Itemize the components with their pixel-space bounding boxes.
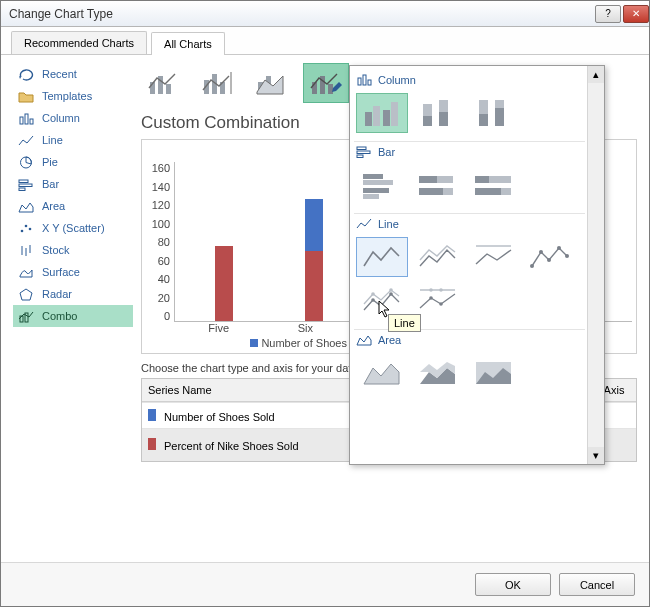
- series-color-swatch: [148, 409, 156, 421]
- sidebar-item-label: Radar: [42, 288, 72, 300]
- pie-icon: [17, 155, 35, 169]
- svg-point-60: [530, 264, 534, 268]
- sidebar-item-scatter[interactable]: X Y (Scatter): [13, 217, 133, 239]
- svg-rect-54: [419, 188, 443, 195]
- svg-rect-2: [30, 119, 33, 124]
- main-panel: Custom Combination Chart Title 160140120…: [141, 63, 637, 554]
- line-icon: [17, 133, 35, 147]
- sidebar-item-label: Pie: [42, 156, 58, 168]
- combo-subtype-3[interactable]: [249, 63, 295, 103]
- dropdown-item-line-markers[interactable]: [524, 237, 576, 277]
- dropdown-category-label: Area: [378, 334, 401, 346]
- dropdown-item-stacked-column[interactable]: [412, 93, 464, 133]
- svg-point-68: [389, 288, 393, 292]
- series-name: Percent of Nike Shoes Sold: [164, 440, 299, 452]
- svg-rect-28: [328, 84, 333, 94]
- bar-icon: [17, 177, 35, 191]
- svg-point-67: [371, 292, 375, 296]
- series-name: Number of Shoes Sold: [164, 411, 275, 423]
- dropdown-item-clustered-bar[interactable]: [356, 165, 408, 205]
- svg-rect-33: [373, 106, 380, 126]
- svg-point-72: [429, 288, 433, 292]
- sidebar-item-radar[interactable]: Radar: [13, 283, 133, 305]
- sidebar-item-label: Surface: [42, 266, 80, 278]
- dropdown-item-line[interactable]: [356, 237, 408, 277]
- dropdown-category-area: Area: [354, 329, 585, 349]
- help-button[interactable]: ?: [595, 5, 621, 23]
- combo-icon: [17, 309, 35, 323]
- svg-point-9: [29, 227, 32, 230]
- series-color-swatch: [148, 438, 156, 450]
- dropdown-item-stacked-line[interactable]: [412, 237, 464, 277]
- dropdown-body: Column Bar: [350, 66, 589, 464]
- dropdown-item-100-stacked-bar[interactable]: [468, 165, 520, 205]
- svg-rect-44: [357, 147, 366, 150]
- scroll-down-icon[interactable]: ▾: [588, 447, 604, 464]
- svg-rect-45: [357, 151, 370, 154]
- dropdown-item-clustered-column[interactable]: [356, 93, 408, 133]
- close-button[interactable]: ✕: [623, 5, 649, 23]
- sidebar-item-line[interactable]: Line: [13, 129, 133, 151]
- svg-point-70: [429, 296, 433, 300]
- column-icon: [17, 111, 35, 125]
- svg-point-62: [547, 258, 551, 262]
- cancel-button[interactable]: Cancel: [559, 573, 635, 596]
- tab-recommended[interactable]: Recommended Charts: [11, 31, 147, 54]
- sidebar-item-stock[interactable]: Stock: [13, 239, 133, 261]
- sidebar-item-label: Combo: [42, 310, 77, 322]
- sidebar-item-label: Bar: [42, 178, 59, 190]
- sidebar-item-label: Line: [42, 134, 63, 146]
- combo-subtype-custom[interactable]: [303, 63, 349, 103]
- dropdown-item-100-stacked-line-markers[interactable]: [412, 281, 464, 321]
- dropdown-item-area[interactable]: [356, 353, 408, 393]
- sidebar-item-label: Recent: [42, 68, 77, 80]
- combo-subtype-1[interactable]: [141, 63, 187, 103]
- svg-rect-34: [383, 110, 390, 126]
- dropdown-item-100-stacked-column[interactable]: [468, 93, 520, 133]
- window-title: Change Chart Type: [9, 7, 593, 21]
- svg-rect-58: [475, 188, 501, 195]
- dropdown-item-100-stacked-line[interactable]: [468, 237, 520, 277]
- dropdown-scrollbar[interactable]: ▴ ▾: [587, 66, 604, 464]
- svg-point-61: [539, 250, 543, 254]
- svg-rect-18: [166, 84, 171, 94]
- folder-icon: [17, 89, 35, 103]
- svg-point-65: [371, 298, 375, 302]
- sidebar-item-templates[interactable]: Templates: [13, 85, 133, 107]
- sidebar-item-area[interactable]: Area: [13, 195, 133, 217]
- svg-point-8: [25, 224, 28, 227]
- svg-rect-41: [479, 114, 488, 126]
- svg-rect-29: [358, 78, 361, 85]
- titlebar: Change Chart Type ? ✕: [1, 1, 649, 27]
- sidebar-item-pie[interactable]: Pie: [13, 151, 133, 173]
- svg-rect-48: [363, 180, 393, 185]
- dropdown-item-stacked-line-markers[interactable]: [356, 281, 408, 321]
- sidebar-item-bar[interactable]: Bar: [13, 173, 133, 195]
- svg-rect-4: [19, 180, 28, 183]
- column-icon: [356, 73, 372, 86]
- chart-y-axis: 160140120100806040200: [146, 162, 174, 322]
- sidebar-item-combo[interactable]: Combo: [13, 305, 133, 327]
- radar-icon: [17, 287, 35, 301]
- combo-subtype-2[interactable]: [195, 63, 241, 103]
- svg-rect-35: [391, 102, 398, 126]
- dropdown-category-bar: Bar: [354, 141, 585, 161]
- scatter-icon: [17, 221, 35, 235]
- dropdown-item-stacked-bar[interactable]: [412, 165, 464, 205]
- dialog-body: Recent Templates Column Line Pie Bar: [1, 55, 649, 562]
- svg-rect-0: [20, 117, 23, 124]
- sidebar-item-recent[interactable]: Recent: [13, 63, 133, 85]
- svg-rect-56: [475, 176, 489, 183]
- sidebar-item-surface[interactable]: Surface: [13, 261, 133, 283]
- dropdown-category-column: Column: [354, 70, 585, 89]
- dropdown-category-line: Line: [354, 213, 585, 233]
- svg-point-63: [557, 246, 561, 250]
- dropdown-item-stacked-area[interactable]: [412, 353, 464, 393]
- svg-point-73: [439, 288, 443, 292]
- dropdown-item-100-stacked-area[interactable]: [468, 353, 520, 393]
- ok-button[interactable]: OK: [475, 573, 551, 596]
- sidebar-item-column[interactable]: Column: [13, 107, 133, 129]
- svg-point-71: [439, 302, 443, 306]
- scroll-up-icon[interactable]: ▴: [588, 66, 604, 83]
- tab-all-charts[interactable]: All Charts: [151, 32, 225, 55]
